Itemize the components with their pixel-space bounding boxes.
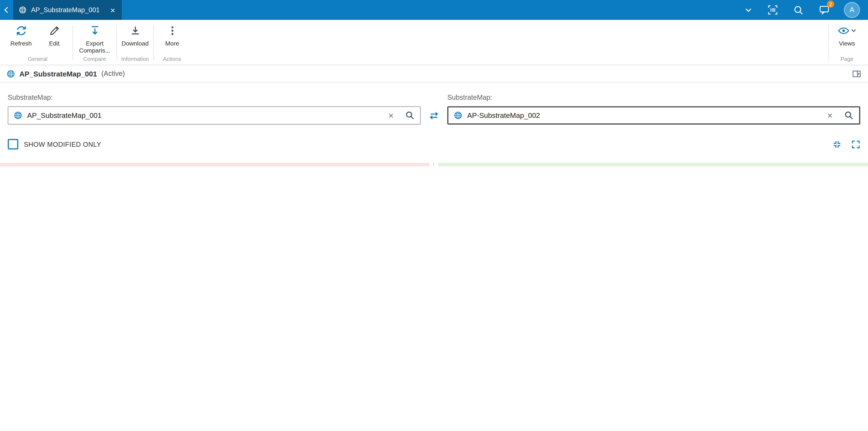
eye-icon xyxy=(837,25,849,36)
toolbar-group-compare: Export Comparis... Compare xyxy=(75,20,115,65)
swap-compare-button[interactable] xyxy=(421,106,447,125)
wafer-map-icon xyxy=(14,111,22,120)
toolbar-separator xyxy=(116,25,117,60)
tab-close-icon[interactable]: × xyxy=(109,6,116,14)
toolbar-spacer xyxy=(189,20,827,65)
export-comparison-button[interactable]: Export Comparis... xyxy=(75,25,115,54)
toolbar-group-label: Actions xyxy=(155,56,189,65)
comparison-panel-right: General Data Description: SubstrateMap 0… xyxy=(434,163,868,166)
toolbar-separator xyxy=(153,25,154,60)
expand-all-icon[interactable] xyxy=(851,140,860,148)
search-icon[interactable] xyxy=(793,5,804,15)
tab-list-dropdown-icon[interactable] xyxy=(745,6,752,14)
options-row: SHOW MODIFIED ONLY xyxy=(0,139,868,150)
toolbar-group-information: Download Information xyxy=(119,20,152,65)
section-general-data[interactable]: General Data xyxy=(0,163,430,166)
back-button[interactable] xyxy=(0,5,13,14)
comparison-selectors: SubstrateMap: AP_SubstrateMap_001 × Subs… xyxy=(0,83,868,125)
toolbar-group-label: Page xyxy=(830,56,864,65)
topbar: AP_SubstrateMap_001 × 2 A xyxy=(0,0,868,20)
toolbar-group-label: Compare xyxy=(75,56,115,65)
tab-title: AP_SubstrateMap_001 xyxy=(31,6,105,14)
notification-badge: 2 xyxy=(827,1,834,8)
edit-icon xyxy=(49,25,60,36)
refresh-icon xyxy=(15,25,27,36)
chevron-left-icon xyxy=(2,5,11,14)
search-icon[interactable] xyxy=(405,111,414,120)
toolbar-group-label: General xyxy=(4,56,71,65)
page-title: AP_SubstrateMap_001 xyxy=(20,69,97,78)
clear-icon[interactable]: × xyxy=(821,111,839,120)
more-dots-icon xyxy=(166,25,178,36)
wafer-map-icon xyxy=(7,69,15,78)
input-value: AP_SubstrateMap_001 xyxy=(27,111,377,120)
toolbar-group-actions: More Actions xyxy=(155,20,189,65)
toolbar: Refresh Edit General Export Comparis... … xyxy=(0,20,868,65)
left-selector: SubstrateMap: AP_SubstrateMap_001 × xyxy=(8,94,421,125)
app-window: AP_SubstrateMap_001 × 2 A xyxy=(0,0,868,166)
comparison-area: General Data Bin Converter: AP_BinConver… xyxy=(0,163,868,166)
substratemap-input-right[interactable]: AP-SubstrateMap_002 × xyxy=(447,106,860,125)
side-panel-icon[interactable] xyxy=(852,69,861,79)
wafer-map-icon xyxy=(19,6,27,14)
export-icon xyxy=(89,25,100,36)
tab-substratemap[interactable]: AP_SubstrateMap_001 × xyxy=(13,0,122,20)
status-badge: (Active) xyxy=(101,70,125,78)
right-selector: SubstrateMap: AP-SubstrateMap_002 × xyxy=(447,94,860,125)
show-modified-label[interactable]: SHOW MODIFIED ONLY xyxy=(24,140,101,148)
section-general-data[interactable]: General Data xyxy=(438,163,868,166)
topbar-actions: 2 A xyxy=(745,3,868,17)
selector-label: SubstrateMap: xyxy=(8,94,421,101)
input-value: AP-SubstrateMap_002 xyxy=(467,111,816,120)
entity-titlebar: AP_SubstrateMap_001 (Active) xyxy=(0,65,868,83)
toolbar-group-general: Refresh Edit General xyxy=(4,20,71,65)
selector-label: SubstrateMap: xyxy=(447,94,860,101)
chevron-down-icon xyxy=(851,25,857,36)
collapse-all-icon[interactable] xyxy=(833,140,841,148)
swap-arrows-icon xyxy=(428,110,440,121)
refresh-button[interactable]: Refresh xyxy=(4,25,38,47)
toolbar-separator xyxy=(828,25,829,60)
search-icon[interactable] xyxy=(844,111,854,120)
toolbar-group-page: Views Page xyxy=(830,20,864,65)
download-button[interactable]: Download xyxy=(119,25,152,47)
substratemap-input-left[interactable]: AP_SubstrateMap_001 × xyxy=(8,106,421,125)
comparison-panel-left: General Data Bin Converter: AP_BinConver… xyxy=(0,163,434,166)
user-avatar[interactable]: A xyxy=(845,3,859,17)
views-button[interactable]: Views xyxy=(830,25,864,47)
toolbar-group-label: Information xyxy=(119,56,152,65)
more-button[interactable]: More xyxy=(155,25,189,47)
edit-button[interactable]: Edit xyxy=(38,25,71,47)
download-icon xyxy=(129,25,141,36)
messages-icon[interactable]: 2 xyxy=(819,4,830,16)
toolbar-separator xyxy=(73,25,73,60)
barcode-scan-icon[interactable] xyxy=(767,4,778,16)
clear-icon[interactable]: × xyxy=(382,111,400,120)
wafer-map-icon xyxy=(454,111,462,120)
show-modified-checkbox[interactable] xyxy=(8,139,18,150)
